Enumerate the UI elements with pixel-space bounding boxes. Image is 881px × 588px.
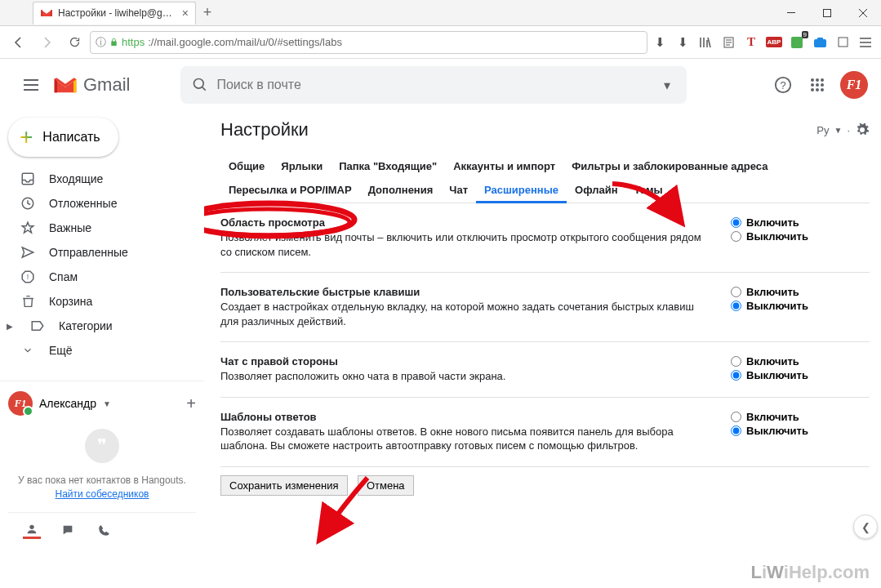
ext-box-icon[interactable] [834,33,852,51]
section-radio-group: ВключитьВыключить [731,411,870,453]
compose-label: Написать [42,130,100,145]
radio-input[interactable] [731,356,741,367]
hangouts-phone-icon[interactable] [95,521,113,539]
ext-cam-icon[interactable] [811,33,829,51]
main-menu-button[interactable] [13,67,49,103]
search-input[interactable] [216,78,659,92]
nav-forward[interactable] [34,30,59,55]
ext-abp-icon[interactable]: ABP [765,33,783,51]
hangouts-contacts-icon[interactable] [23,521,41,539]
radio-disable[interactable]: Выключить [731,425,870,437]
settings-tab[interactable]: Пересылка и POP/IMAP [220,179,360,203]
nav-back[interactable] [7,30,31,55]
ext-badge-icon[interactable] [788,33,806,51]
cancel-button[interactable]: Отмена [358,475,414,496]
radio-input[interactable] [731,425,741,436]
radio-disable[interactable]: Выключить [731,230,870,243]
radio-input[interactable] [731,231,741,242]
hangouts-find-link[interactable]: Найти собеседников [56,488,149,500]
new-tab-button[interactable]: + [196,4,219,21]
svg-point-11 [816,78,819,82]
radio-enable[interactable]: Включить [731,286,870,298]
sidebar-folder-send[interactable]: Отправленные [0,240,204,265]
svg-point-14 [816,83,819,87]
sidebar-folder-trash[interactable]: Корзина [0,289,204,314]
radio-input[interactable] [731,370,741,381]
nav-reload[interactable] [62,30,87,55]
radio-input[interactable] [731,217,741,228]
hangouts-chat-icon[interactable] [59,521,77,539]
window-close[interactable] [845,1,881,25]
settings-tab[interactable]: Аккаунты и импорт [445,155,563,177]
settings-section: Чат с правой стороныПозволяет расположит… [220,342,870,398]
reader-icon[interactable] [719,33,737,51]
svg-point-15 [821,83,824,87]
radio-disable[interactable]: Выключить [731,369,870,381]
radio-enable[interactable]: Включить [731,355,870,368]
svg-rect-3 [791,37,803,48]
download-icon-2[interactable]: ⬇ [674,33,692,51]
library-icon[interactable] [696,33,714,51]
section-radio-group: ВключитьВыключить [731,355,870,384]
section-title: Чат с правой стороны [220,355,706,368]
ext-T-icon[interactable]: T [742,33,760,51]
search-options-icon[interactable]: ▾ [659,78,675,93]
language-label[interactable]: Py [816,124,829,136]
url-bar[interactable]: ⓘ https://mail.google.com/mail/u/0/#sett… [90,31,647,54]
sidebar-folder-inbox[interactable]: Входящие [0,167,204,191]
folder-label: Ещё [49,344,73,357]
svg-rect-19 [22,173,33,185]
settings-tab[interactable]: Офлайн [567,179,626,203]
browser-tab[interactable]: Настройки - liwihelp@gmail.c × [33,2,196,24]
window-maximize[interactable] [809,1,845,25]
tab-close-icon[interactable]: × [182,7,189,20]
chevron-down-icon[interactable]: ▼ [103,399,111,408]
settings-tab[interactable]: Ярлыки [273,155,331,177]
hangouts-user[interactable]: F1 Александр ▼ + [8,391,196,416]
sidebar: + Написать ВходящиеОтложенныеВажныеОтпра… [0,111,204,588]
download-icon[interactable]: ⬇ [651,33,669,51]
lang-dropdown-icon[interactable]: ▼ [834,126,842,135]
browser-menu-icon[interactable] [857,33,874,51]
spam-icon: ! [20,270,36,284]
hangouts-quote-icon: ❞ [85,429,119,463]
radio-enable[interactable]: Включить [731,216,870,229]
settings-tab[interactable]: Общие [220,155,273,177]
svg-point-10 [811,78,814,82]
label-icon [29,318,46,333]
settings-tab[interactable]: Чат [441,179,476,203]
side-panel-toggle[interactable]: ❮ [853,514,878,539]
sidebar-folder-star[interactable]: Важные [0,216,204,240]
settings-tab[interactable]: Папка "Входящие" [331,155,445,177]
account-avatar[interactable]: F1 [840,71,868,99]
save-button[interactable]: Сохранить изменения [220,475,348,496]
hangouts-add-button[interactable]: + [186,394,196,413]
radio-enable[interactable]: Включить [731,411,870,423]
folder-label: Отправленные [49,246,128,259]
settings-tab[interactable]: Темы [626,179,671,203]
search-box[interactable]: ▾ [180,66,687,104]
gmail-logo-text: Gmail [83,74,130,96]
inbox-icon [20,172,36,186]
section-title: Шаблоны ответов [220,411,706,423]
sidebar-folder-label[interactable]: ▶Категории [0,314,204,338]
settings-tab[interactable]: Фильтры и заблокированные адреса [563,155,776,177]
radio-input[interactable] [731,412,741,422]
gmail-logo[interactable]: Gmail [52,74,130,96]
radio-disable[interactable]: Выключить [731,300,870,312]
radio-input[interactable] [731,287,741,297]
window-minimize[interactable] [773,1,809,25]
sidebar-folder-spam[interactable]: !Спам [0,265,204,289]
svg-rect-5 [817,38,823,40]
settings-tab[interactable]: Дополнения [360,179,442,203]
radio-input[interactable] [731,301,741,311]
compose-button[interactable]: + Написать [8,118,118,157]
help-icon[interactable]: ? [772,74,794,96]
settings-tab[interactable]: Расширенные [476,179,567,203]
sidebar-folder-more[interactable]: Ещё [0,338,204,363]
sidebar-folder-clock[interactable]: Отложенные [0,191,204,216]
apps-icon[interactable] [806,74,829,96]
plus-icon: + [20,124,33,150]
site-info-icon[interactable]: ⓘ [96,35,106,50]
gear-icon[interactable] [855,122,870,137]
